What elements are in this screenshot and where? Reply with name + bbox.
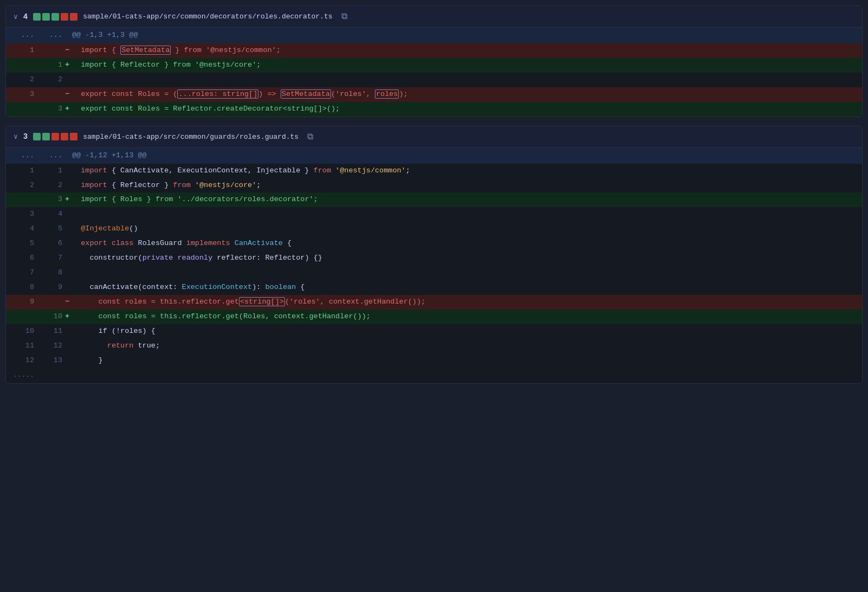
new-line-num: 9: [34, 280, 62, 295]
new-line-num: 3: [34, 192, 62, 207]
old-line-num: 4: [6, 222, 34, 236]
diff-marker: [62, 236, 72, 251]
new-line-num: 12: [34, 339, 62, 353]
old-line-num: 1: [6, 164, 34, 178]
footer-new-num: [34, 368, 62, 383]
new-line-num: [34, 295, 62, 310]
table-row: 1 1 import { CanActivate, ExecutionConte…: [6, 164, 862, 178]
table-row: 1 + import { Reflector } from '@nestjs/c…: [6, 58, 862, 73]
table-row: 2 2 import { Reflector } from '@nestjs/c…: [6, 178, 862, 193]
chevron-icon-2[interactable]: ∨: [14, 132, 18, 141]
table-row: 3 + export const Roles = Reflector.creat…: [6, 102, 862, 117]
table-row: 6 7 constructor(private readonly reflect…: [6, 251, 862, 266]
diff-indicators-2: [33, 133, 77, 140]
table-row: 3 + import { Roles } from '../decorators…: [6, 192, 862, 207]
diff-marker: −: [62, 43, 72, 58]
new-line-num: [34, 87, 62, 102]
new-line-num: 4: [34, 207, 62, 222]
old-line-num: [6, 58, 34, 73]
diff-file-2: ∨ 3 sample/01-cats-app/src/common/guards…: [5, 126, 863, 384]
table-row: 10 + const roles = this.reflector.get(Ro…: [6, 310, 862, 324]
indicator-dot-7: [42, 133, 50, 140]
file-header-2: ∨ 3 sample/01-cats-app/src/common/guards…: [6, 126, 862, 148]
line-code: const roles = this.reflector.get(Roles, …: [72, 310, 862, 324]
table-row: 7 8: [6, 266, 862, 280]
diff-marker: +: [62, 192, 72, 207]
table-row: 9 − const roles = this.reflector.get<str…: [6, 295, 862, 310]
old-line-num: 2: [6, 178, 34, 193]
old-line-num: 11: [6, 339, 34, 353]
file-path-2: sample/01-cats-app/src/common/guards/rol…: [83, 133, 299, 141]
diff-marker: −: [62, 87, 72, 102]
indicator-dot-3: [51, 13, 59, 21]
copy-icon-2[interactable]: ⧉: [307, 132, 313, 142]
new-line-num: 6: [34, 236, 62, 251]
line-code: import { Reflector } from '@nestjs/core'…: [72, 58, 862, 73]
line-code: }: [72, 353, 862, 368]
new-line-num: 7: [34, 251, 62, 266]
table-row: 1 − import { SetMetadata } from '@nestjs…: [6, 43, 862, 58]
line-code: export class RolesGuard implements CanAc…: [72, 236, 862, 251]
new-line-num: 13: [34, 353, 62, 368]
footer-old-num: .....: [6, 368, 34, 383]
change-count-1: 4: [23, 12, 28, 21]
hunk-header-row-2: ... ... @@ -1,12 +1,13 @@: [6, 148, 862, 164]
indicator-dot-9: [61, 133, 68, 140]
diff-file-1: ∨ 4 sample/01-cats-app/src/common/decora…: [5, 5, 863, 117]
diff-marker: +: [62, 310, 72, 324]
indicator-dot-1: [33, 13, 41, 21]
new-line-num: 11: [34, 324, 62, 339]
old-line-num: 2: [6, 73, 34, 87]
table-row: 5 6 export class RolesGuard implements C…: [6, 236, 862, 251]
diff-marker: [62, 178, 72, 193]
old-line-num: 10: [6, 324, 34, 339]
diff-marker: −: [62, 295, 72, 310]
new-line-num: 1: [34, 164, 62, 178]
line-code: import { CanActivate, ExecutionContext, …: [72, 164, 862, 178]
line-code: return true;: [72, 339, 862, 353]
hunk-code: @@ -1,12 +1,13 @@: [72, 148, 862, 164]
indicator-dot-2: [42, 13, 50, 21]
new-line-num: 2: [34, 178, 62, 193]
line-code: const roles = this.reflector.get<string[…: [72, 295, 862, 310]
line-code: constructor(private readonly reflector: …: [72, 251, 862, 266]
copy-icon-1[interactable]: ⧉: [341, 11, 347, 22]
diff-marker: +: [62, 58, 72, 73]
new-line-num: 5: [34, 222, 62, 236]
old-line-num: 3: [6, 87, 34, 102]
diff-marker: [62, 353, 72, 368]
old-line-num: [6, 192, 34, 207]
diff-marker: [62, 324, 72, 339]
old-line-num: 6: [6, 251, 34, 266]
old-line-num: 12: [6, 353, 34, 368]
table-row: 3 4: [6, 207, 862, 222]
line-code: export const Roles = (...roles: string[]…: [72, 87, 862, 102]
line-code: import { Roles } from '../decorators/rol…: [72, 192, 862, 207]
line-code: canActivate(context: ExecutionContext): …: [72, 280, 862, 295]
diff-marker: [62, 266, 72, 280]
line-code: if (!roles) {: [72, 324, 862, 339]
diff-table-1: ... ... @@ -1,3 +1,3 @@ 1 − import { Set…: [6, 28, 862, 117]
line-code: [72, 207, 862, 222]
old-line-num: 7: [6, 266, 34, 280]
hunk-old-num: ...: [6, 28, 34, 43]
diff-marker: [62, 207, 72, 222]
line-code: import { SetMetadata } from '@nestjs/com…: [72, 43, 862, 58]
table-row: 3 − export const Roles = (...roles: stri…: [6, 87, 862, 102]
diff-marker: [62, 339, 72, 353]
table-row: 11 12 return true;: [6, 339, 862, 353]
hunk-new-num: ...: [34, 148, 62, 164]
new-line-num: 1: [34, 58, 62, 73]
old-line-num: 3: [6, 207, 34, 222]
indicator-dot-8: [51, 133, 59, 140]
hunk-code: @@ -1,3 +1,3 @@: [72, 28, 862, 43]
diff-marker: +: [62, 102, 72, 117]
diff-marker: [62, 73, 72, 87]
new-line-num: 10: [34, 310, 62, 324]
chevron-icon-1[interactable]: ∨: [14, 12, 18, 21]
diff-marker: [62, 280, 72, 295]
indicator-dot-6: [33, 133, 41, 140]
old-line-num: [6, 102, 34, 117]
hunk-marker: [62, 28, 72, 43]
table-row: 12 13 }: [6, 353, 862, 368]
